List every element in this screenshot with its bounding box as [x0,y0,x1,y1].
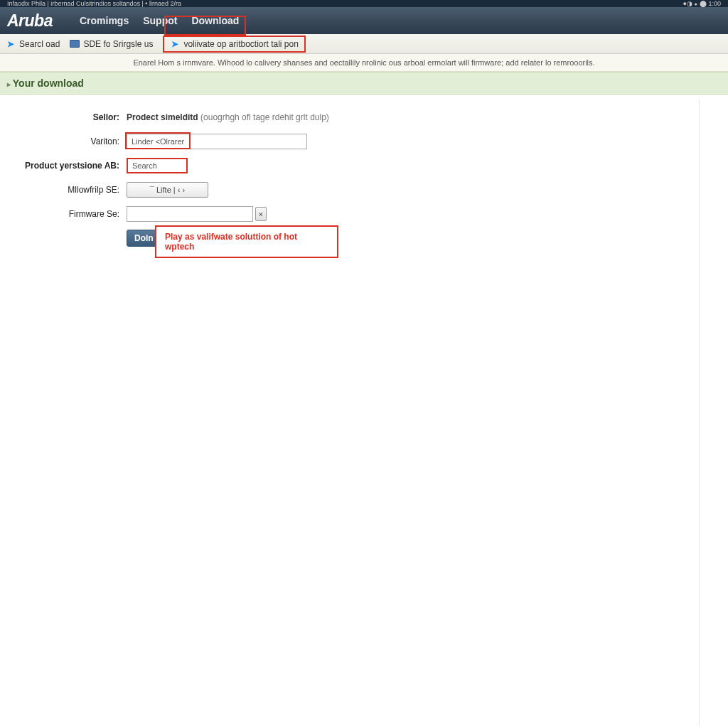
version-input[interactable] [127,134,307,149]
mllowhlp-select[interactable]: ¯ Lifte | ‹ › [127,182,208,198]
section-header: Your download [0,72,728,95]
arrow-icon: ➤ [6,40,16,48]
main-nav: Cromimgs Suppot Download [74,11,245,31]
label-product-version: Product yerstsione AB: [7,161,127,171]
value-mllowhlp: ¯ Lifte | ‹ › [127,182,208,198]
row-product-version: Product yerstsione AB: [7,157,721,174]
download-form: Sellor: Prodect simelditd (ouogrhgh ofl … [0,95,728,268]
toolbar-validate[interactable]: ➤ voliivate op aritboctiort tali pon [163,36,305,53]
brand-logo: Aruba [7,11,53,31]
label-version: Variton: [7,136,127,146]
nav-suppot[interactable]: Suppot [137,11,183,31]
firmware-clear-button[interactable]: ⨯ [255,207,267,221]
nav-download[interactable]: Download [186,11,245,31]
toolbar-sde-label: SDE fo Srirgsle us [83,39,153,49]
screen-icon [70,40,80,48]
seller-product-name: Prodect simelditd [127,112,198,122]
info-banner: Enarel Hom s irnmvare. Wihood lo caliver… [0,54,728,72]
row-seller: Sellor: Prodect simelditd (ouogrhgh ofl … [7,109,721,126]
row-submit: Doln Play as valifwate soluttion of hot … [7,230,721,247]
value-firmware: ⨯ [127,206,267,222]
value-product-version [127,158,188,173]
right-divider [699,100,700,268]
toolbar-validate-label: voliivate op aritboctiort tali pon [183,39,298,49]
product-version-input[interactable] [127,158,188,173]
seller-hint: (ouogrhgh ofl tage rdehit grlt dulp) [200,112,329,122]
label-firmware: Firmware Se: [7,209,127,219]
arrow-icon: ➤ [170,40,180,48]
section-title: Your download [13,77,84,89]
top-strip-right: ●◑ ⬥ ⬤ 1:00 [683,0,721,7]
label-seller: Sellor: [7,112,127,122]
value-submit: Doln Play as valifwate soluttion of hot … [127,230,161,247]
top-strip: Infaodix Phila | irbernad Culsitrindios … [0,0,728,7]
callout-annotation: Play as valifwate soluttion of hot wptec… [155,225,338,258]
row-version: Variton: [7,133,721,150]
row-firmware: Firmware Se: ⨯ [7,205,721,223]
label-mllowhlp: Mllowfrilp SE: [7,185,127,195]
toolbar-sde[interactable]: SDE fo Srirgsle us [70,39,153,49]
toolbar-search-label: Searcl oad [19,39,60,49]
firmware-input[interactable] [127,206,253,222]
toolbar-search[interactable]: ➤ Searcl oad [6,39,60,49]
value-seller: Prodect simelditd (ouogrhgh ofl tage rde… [127,112,329,122]
top-strip-left: Infaodix Phila | irbernad Culsitrindios … [7,0,181,7]
row-mllowhlp: Mllowfrilp SE: ¯ Lifte | ‹ › [7,181,721,198]
nav-cromimgs[interactable]: Cromimgs [74,11,134,31]
main-header: Aruba Cromimgs Suppot Download [0,7,728,34]
value-version [127,134,307,149]
toolbar: ➤ Searcl oad SDE fo Srirgsle us ➤ voliiv… [0,34,728,54]
